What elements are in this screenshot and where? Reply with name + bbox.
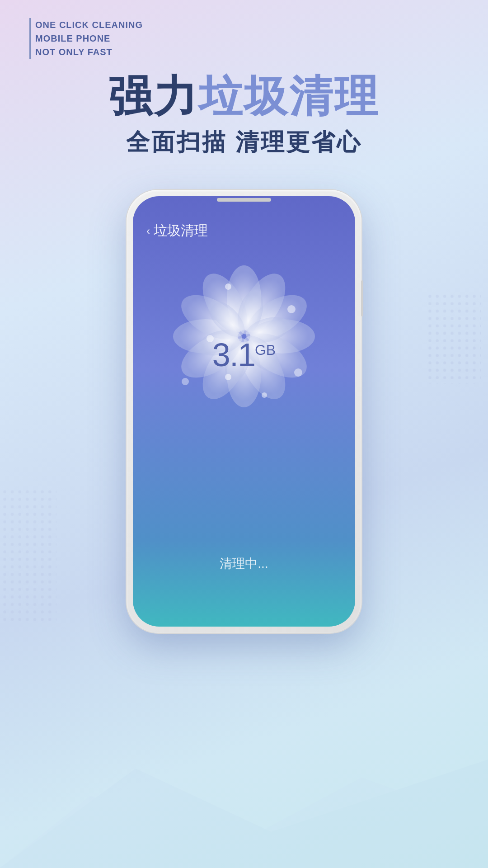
phone-side-button (361, 280, 363, 316)
svg-point-27 (225, 374, 231, 380)
branding-line3: NOT ONLY FAST (35, 45, 143, 59)
phone-outer-shell: ‹ 垃圾清理 (127, 190, 361, 633)
svg-point-29 (262, 392, 267, 398)
status-text: 清理中... (220, 555, 268, 572)
svg-point-30 (182, 378, 189, 385)
storage-display: 3.1GB (212, 336, 276, 373)
svg-rect-1 (427, 294, 481, 384)
nav-title-text: 垃圾清理 (154, 222, 208, 240)
headline-part1: 强力 (108, 72, 199, 120)
nav-back-button[interactable]: ‹ 垃圾清理 (146, 222, 208, 240)
svg-point-25 (287, 305, 296, 313)
svg-rect-3 (2, 489, 56, 623)
phone-mockup: ‹ 垃圾清理 (127, 190, 361, 633)
headline-part2: 垃圾清理 (199, 72, 380, 120)
branding-block: ONE CLICK CLEANING MOBILE PHONE NOT ONLY… (29, 18, 143, 59)
storage-unit-text: GB (255, 342, 276, 358)
storage-number-text: 3.1 (212, 337, 255, 373)
nav-bar: ‹ 垃圾清理 (133, 196, 355, 247)
headline-main: 强力垃圾清理 (0, 72, 488, 120)
svg-point-28 (294, 368, 302, 377)
phone-notch (217, 198, 271, 202)
branding-line2: MOBILE PHONE (35, 32, 143, 45)
screen-content: ‹ 垃圾清理 (133, 196, 355, 627)
headline-subtitle: 全面扫描 清理更省心 (0, 127, 488, 158)
storage-value: 3.1GB (212, 337, 276, 373)
svg-point-24 (225, 283, 231, 290)
back-chevron-icon: ‹ (146, 225, 150, 237)
phone-screen: ‹ 垃圾清理 (133, 196, 355, 627)
headline-container: 强力垃圾清理 全面扫描 清理更省心 (0, 72, 488, 158)
branding-line1: ONE CLICK CLEANING (35, 18, 143, 32)
